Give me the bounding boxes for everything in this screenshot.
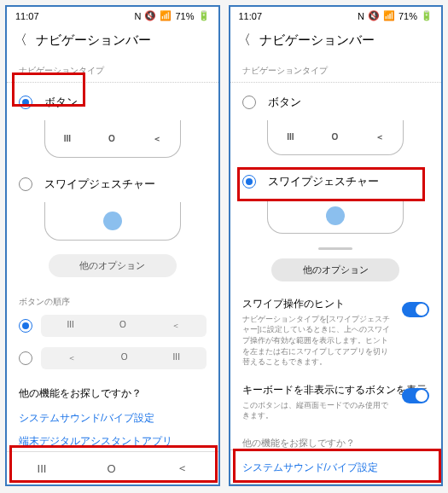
setting-hide-keyboard-desc: このボタンは、縦画面モードでのみ使用できます。	[242, 400, 430, 421]
option-button[interactable]: ボタン	[230, 86, 442, 119]
home-icon: O	[332, 132, 339, 142]
section-nav-type: ナビゲーションタイプ	[230, 58, 442, 83]
highlight-link	[233, 449, 441, 483]
signal-icon: 📶	[160, 10, 172, 21]
back-icon[interactable]: 〈	[14, 32, 27, 49]
status-time: 11:07	[239, 11, 263, 21]
swipe-indicator-icon	[103, 212, 122, 230]
highlight-button-option	[12, 72, 85, 107]
option-button-label: ボタン	[268, 95, 301, 110]
swipe-pill-icon	[318, 247, 352, 250]
phone-left: 11:07 N 🔇 📶 71% 🔋 〈 ナビゲーションバー ナビゲーションタイプ…	[5, 5, 220, 486]
radio-swipe[interactable]	[19, 177, 32, 191]
battery-icon: 🔋	[421, 10, 433, 21]
section-button-order: ボタンの順序	[7, 286, 218, 310]
radio-button[interactable]	[242, 96, 256, 109]
back-nav-icon: ＜	[153, 133, 161, 145]
mute-icon: 🔇	[368, 10, 380, 21]
back-nav-icon: ＜	[375, 131, 384, 143]
status-icons: N 🔇 📶 71% 🔋	[135, 10, 210, 21]
setting-swipe-hint-desc: ナビゲーションタイプを[スワイプジェスチャー]に設定しているときに、上へのスワイ…	[242, 314, 430, 368]
phone-right: 11:07 N 🔇 📶 71% 🔋 〈 ナビゲーションバー ナビゲーションタイプ…	[229, 5, 444, 486]
page-title: ナビゲーションバー	[259, 32, 375, 49]
other-options-button[interactable]: 他のオプション	[49, 254, 177, 277]
highlight-swipe-option	[237, 167, 425, 201]
setting-swipe-hint[interactable]: スワイプ操作のヒント ナビゲーションタイプを[スワイプジェスチャー]に設定してい…	[230, 290, 442, 376]
option-swipe-label: スワイプジェスチャー	[44, 177, 155, 192]
home-icon: O	[108, 134, 115, 143]
radio-order-1[interactable]	[19, 319, 32, 333]
page-header: 〈 ナビゲーションバー	[7, 25, 218, 58]
status-icons: N 🔇 📶 71% 🔋	[358, 10, 433, 21]
footer-question-truncated: 他の機能をお探しですか？	[230, 430, 442, 450]
toggle-swipe-hint[interactable]	[402, 302, 429, 317]
option-swipe[interactable]: スワイプジェスチャー	[7, 168, 218, 200]
order-row-1[interactable]: III O ＜	[7, 310, 218, 342]
page-title: ナビゲーションバー	[36, 32, 151, 49]
highlight-navbar	[9, 445, 218, 483]
order-bar-2: ＜ O III	[41, 347, 207, 369]
recent-icon: III	[287, 132, 294, 142]
page-header: 〈 ナビゲーションバー	[230, 25, 442, 58]
radio-order-2[interactable]	[19, 351, 32, 365]
recent-icon: III	[67, 320, 74, 332]
nfc-icon: N	[135, 11, 142, 21]
battery-icon: 🔋	[198, 10, 210, 21]
recent-icon: III	[64, 134, 71, 143]
link-system-sound[interactable]: システムサウンド/バイブ設定	[7, 406, 218, 429]
order-row-2[interactable]: ＜ O III	[7, 342, 218, 374]
back-nav-icon: ＜	[172, 320, 180, 332]
setting-hide-keyboard[interactable]: キーボードを非表示にするボタンを表示 このボタンは、縦画面モードでのみ使用できま…	[230, 376, 442, 430]
battery-text: 71%	[175, 11, 194, 21]
footer-question: 他の機能をお探しですか？	[7, 374, 218, 406]
battery-text: 71%	[399, 11, 417, 21]
status-bar: 11:07 N 🔇 📶 71% 🔋	[230, 7, 442, 25]
preview-button-bar: III O ＜	[267, 120, 404, 155]
home-icon: O	[121, 352, 128, 364]
home-icon: O	[119, 320, 126, 332]
back-nav-icon: ＜	[67, 352, 76, 364]
signal-icon: 📶	[383, 10, 395, 21]
recent-icon: III	[173, 352, 180, 364]
mute-icon: 🔇	[144, 10, 156, 21]
nfc-icon: N	[358, 11, 364, 21]
status-time: 11:07	[15, 11, 39, 21]
status-bar: 11:07 N 🔇 📶 71% 🔋	[7, 7, 218, 25]
toggle-hide-keyboard[interactable]	[402, 388, 429, 403]
back-icon[interactable]: 〈	[237, 32, 251, 49]
order-bar-1: III O ＜	[41, 315, 207, 337]
preview-swipe-bar	[267, 200, 404, 235]
preview-swipe-bar	[44, 202, 181, 240]
swipe-indicator-icon	[326, 206, 345, 225]
preview-button-bar: III O ＜	[44, 120, 181, 158]
other-options-button[interactable]: 他のオプション	[271, 258, 399, 281]
